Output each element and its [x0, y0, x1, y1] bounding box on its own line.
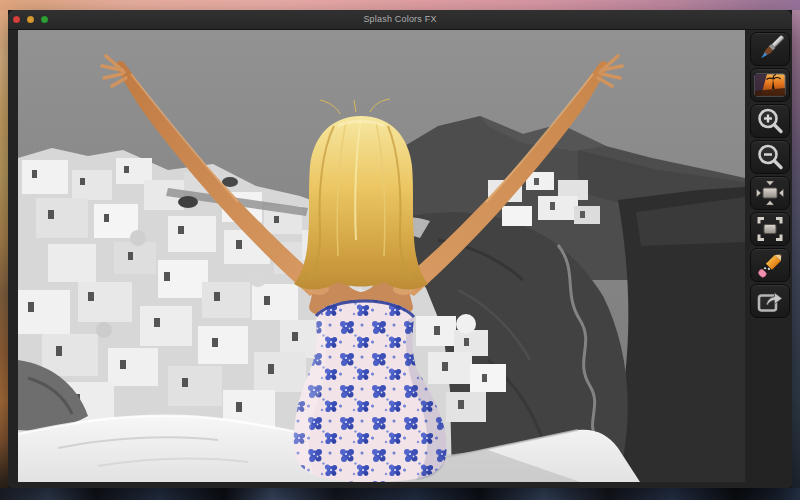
export-share-icon [755, 287, 785, 315]
sample-photo-icon [753, 71, 787, 99]
zoom-in-tool-button[interactable] [750, 104, 790, 138]
tool-palette [750, 32, 790, 318]
fit-to-window-icon [754, 214, 786, 244]
brush-tool-button[interactable] [750, 32, 790, 66]
wallpaper-right-strip [792, 10, 800, 500]
magnifier-minus-icon [756, 143, 784, 171]
paintbrush-icon [755, 34, 785, 64]
photo-canvas[interactable] [18, 30, 745, 482]
wallpaper-bottom-strip [0, 488, 800, 500]
window-title: Splash Colors FX [8, 10, 792, 29]
wallpaper-top-strip [0, 0, 800, 10]
sample-photo-tool-button[interactable] [750, 68, 790, 102]
fit-to-window-tool-button[interactable] [750, 212, 790, 246]
actual-size-tool-button[interactable] [750, 176, 790, 210]
pencil-tool-button[interactable] [750, 248, 790, 282]
magnifier-plus-icon [756, 107, 784, 135]
zoom-out-tool-button[interactable] [750, 140, 790, 174]
export-tool-button[interactable] [750, 284, 790, 318]
actual-size-icon [754, 178, 786, 208]
desktop-wallpaper: Splash Colors FX [0, 0, 800, 500]
wallpaper-left-strip [0, 10, 8, 500]
title-bar[interactable]: Splash Colors FX [8, 10, 792, 30]
app-window: Splash Colors FX [8, 10, 792, 488]
pencil-eraser-icon [754, 250, 786, 280]
